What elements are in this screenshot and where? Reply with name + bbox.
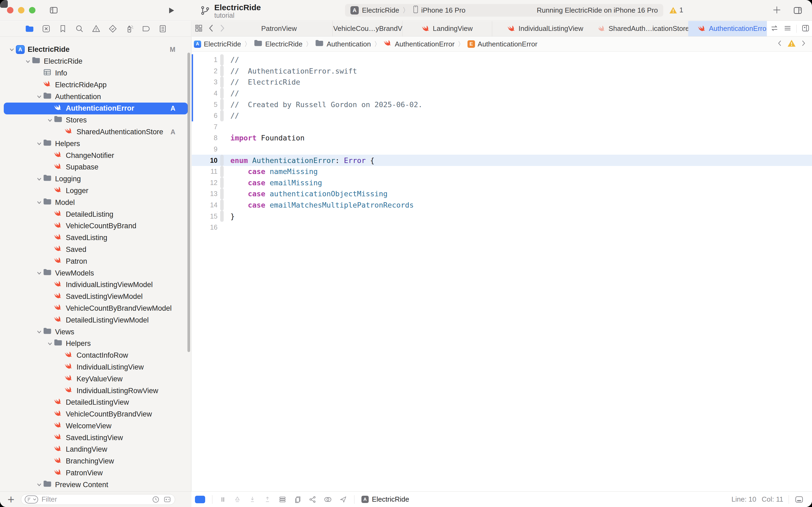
tests-navigator-icon[interactable]	[108, 24, 117, 33]
filter-field[interactable]	[21, 494, 175, 505]
tree-row[interactable]: SharedAuthenticationStoreA	[4, 126, 188, 138]
tree-row[interactable]: ViewModels	[4, 267, 188, 279]
disclosure-chevron-icon[interactable]	[35, 177, 43, 181]
memory-compare-icon[interactable]	[324, 495, 332, 504]
add-file-button[interactable]: +	[7, 494, 14, 505]
code-line[interactable]: 8import Foundation	[192, 132, 812, 144]
code-line[interactable]: 11 case nameMissing	[192, 166, 812, 177]
jump-up-icon[interactable]	[264, 495, 272, 504]
toggle-navigator-icon[interactable]	[49, 6, 59, 16]
editor-options-icon[interactable]	[783, 24, 792, 34]
disclosure-chevron-icon[interactable]	[35, 330, 43, 334]
tree-row[interactable]: Info	[4, 67, 188, 79]
go-back-icon[interactable]	[208, 24, 214, 34]
code-line[interactable]: 5// Created by Russell Gordon on 2025-06…	[192, 99, 812, 110]
disclosure-chevron-icon[interactable]	[35, 94, 43, 99]
tree-row[interactable]: VehicleCountByBrandView	[4, 408, 188, 420]
editor-tab[interactable]: PatronView	[226, 21, 333, 36]
tree-row[interactable]: Views	[4, 326, 188, 338]
show-changes-icon[interactable]	[163, 496, 172, 504]
code-line[interactable]: 9	[192, 144, 812, 155]
disclosure-chevron-icon[interactable]	[35, 482, 43, 487]
disclosure-chevron-icon[interactable]	[46, 341, 54, 346]
editor-tab[interactable]: IndividualListingView	[492, 21, 598, 36]
tree-row[interactable]: IndividualListingRowView	[4, 385, 188, 397]
code-line-current[interactable]: 10enum AuthenticationError: Error {	[192, 155, 812, 166]
editor-tab[interactable]: SharedAuth…icationStore	[598, 21, 688, 36]
disclosure-chevron-icon[interactable]	[24, 59, 32, 64]
code-line[interactable]: 6//	[192, 110, 812, 121]
tree-row[interactable]: AElectricRideM	[4, 44, 188, 56]
tree-row[interactable]: BranchingView	[4, 455, 188, 467]
jump-down-icon[interactable]	[248, 495, 256, 504]
tree-row[interactable]: Logging	[4, 173, 188, 185]
tree-row[interactable]: ElectricRideApp	[4, 79, 188, 91]
scheme-name[interactable]: ElectricRide	[362, 6, 399, 14]
tree-row[interactable]: ElectricRide	[4, 56, 188, 67]
tree-row[interactable]: WelcomeView	[4, 420, 188, 432]
tree-row[interactable]: Model	[4, 196, 188, 208]
layered-pages-icon[interactable]	[293, 495, 301, 504]
tree-row[interactable]: SavedListingView	[4, 432, 188, 444]
add-button[interactable]	[772, 5, 782, 16]
code-line[interactable]: 12 case emailMissing	[192, 177, 812, 188]
tree-row[interactable]: ContactInfoRow	[4, 350, 188, 361]
breadcrumb-item[interactable]: AuthenticationError	[384, 39, 455, 49]
filter-input[interactable]	[42, 495, 149, 504]
issues-navigator-icon[interactable]	[92, 24, 101, 33]
breakpoints-navigator-icon[interactable]	[141, 24, 151, 33]
next-issue-icon[interactable]	[801, 40, 807, 49]
tree-row[interactable]: PatronView	[4, 467, 188, 479]
toggle-inspector-icon[interactable]	[793, 6, 803, 16]
code-line[interactable]: 14 case emailMatchesMultiplePatronRecord…	[192, 200, 812, 211]
source-control-navigator-icon[interactable]	[42, 24, 51, 33]
previous-issue-icon[interactable]	[776, 40, 782, 49]
run-destination[interactable]: iPhone 16 Pro	[421, 6, 466, 14]
tree-row[interactable]: SavedListing	[4, 232, 188, 244]
disclosure-chevron-icon[interactable]	[46, 118, 54, 123]
breadcrumb-item[interactable]: ElectricRide	[254, 40, 303, 49]
editor-tab[interactable]: VehicleCou…yBrandView	[333, 21, 403, 36]
tree-row[interactable]: KeyValueView	[4, 373, 188, 385]
editor-tab[interactable]: LandingView	[403, 21, 492, 36]
tree-row[interactable]: Authentication	[4, 91, 188, 103]
code-line[interactable]: 16	[192, 222, 812, 233]
breadcrumb-item[interactable]: Authentication	[315, 40, 371, 49]
tree-row[interactable]: Supabase	[4, 161, 188, 173]
disclosure-chevron-icon[interactable]	[8, 47, 16, 52]
disclosure-chevron-icon[interactable]	[35, 141, 43, 146]
scheme-selector[interactable]: A ElectricRide 〉 iPhone 16 Pro Running E…	[345, 4, 663, 17]
tree-row[interactable]: VehicleCountByBrand	[4, 220, 188, 232]
breadcrumb-item[interactable]: EAuthenticationError	[467, 40, 537, 48]
breadcrumb-item[interactable]: AElectricRide	[194, 40, 241, 48]
zoom-window-button[interactable]	[29, 7, 36, 13]
run-button[interactable]	[167, 5, 176, 17]
disclosure-chevron-icon[interactable]	[35, 200, 43, 205]
minimap-rows-icon[interactable]	[279, 495, 287, 504]
tree-row[interactable]: AuthenticationErrorA	[4, 103, 188, 114]
tree-row[interactable]: DetailedListingViewModel	[4, 314, 188, 326]
tree-row[interactable]: DetailedListing	[4, 208, 188, 220]
add-editor-icon[interactable]	[801, 24, 810, 34]
editor-only-button[interactable]	[195, 496, 205, 503]
reports-navigator-icon[interactable]	[158, 24, 167, 33]
minimize-window-button[interactable]	[18, 7, 24, 13]
stop-button[interactable]	[0, 0, 8, 8]
tree-row[interactable]: LandingView	[4, 444, 188, 455]
code-line[interactable]: 13 case authenticationObjectMissing	[192, 188, 812, 200]
tree-row[interactable]: Logger	[4, 185, 188, 197]
tree-row[interactable]: Patron	[4, 256, 188, 267]
bottom-panel-toggle-icon[interactable]	[794, 495, 804, 504]
tree-row[interactable]: IndividualListingViewModel	[4, 279, 188, 291]
call-graph-icon[interactable]	[308, 495, 316, 504]
code-line[interactable]: 3// ElectricRide	[192, 76, 812, 88]
tree-row[interactable]: ChangeNotifier	[4, 150, 188, 161]
sidebar-scrollbar[interactable]	[187, 53, 190, 352]
canvas-pause-icon[interactable]	[219, 496, 226, 504]
warning-icon[interactable]	[787, 39, 796, 49]
close-window-button[interactable]	[7, 7, 13, 13]
tree-row[interactable]: VehicleCountByBrandViewModel	[4, 303, 188, 315]
code-line[interactable]: 7	[192, 121, 812, 133]
debug-navigator-icon[interactable]	[125, 24, 134, 33]
related-above-icon[interactable]	[233, 495, 241, 504]
